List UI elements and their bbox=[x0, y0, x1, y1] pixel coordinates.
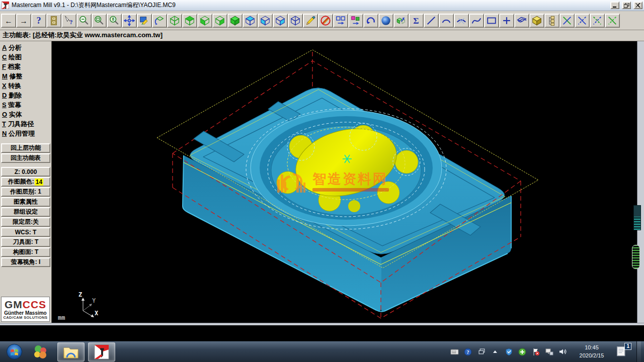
main-menu-button[interactable]: 回主功能表 bbox=[1, 153, 50, 163]
show-desktop-button[interactable] bbox=[636, 341, 641, 362]
sidebar-item-menu-xform[interactable]: X 转换 bbox=[0, 81, 51, 90]
paste-icon[interactable] bbox=[348, 14, 363, 28]
draw-color-button-label: 作图颜色: bbox=[8, 177, 34, 186]
level-limit-button[interactable]: 限定层:关 bbox=[1, 217, 50, 227]
sidebar-item-menu-delete[interactable]: D 删除 bbox=[0, 90, 51, 100]
graphics-canvas[interactable]: Z X Y bbox=[52, 41, 637, 323]
gview-front-icon[interactable] bbox=[197, 14, 212, 28]
draw-color-button-value: 14 bbox=[35, 178, 43, 186]
sidebar-item-menu-solids[interactable]: O 实体 bbox=[0, 110, 51, 119]
action-center-flag-icon[interactable] bbox=[531, 347, 540, 356]
svg-text:Σ: Σ bbox=[413, 15, 419, 25]
taskbar: ? 10:45 2020/2/15 1 bbox=[0, 341, 644, 362]
wcs-button[interactable]: WCS: T bbox=[1, 227, 50, 237]
sidebar-item-menu-analyze[interactable]: A 分析 bbox=[0, 43, 51, 52]
app-quad-colors[interactable] bbox=[27, 342, 54, 361]
window-glyph-icon[interactable] bbox=[477, 347, 486, 356]
sidebar-item-menu-modify[interactable]: M 修整 bbox=[0, 71, 51, 81]
back-icon[interactable]: ← bbox=[1, 14, 16, 28]
attributes-button[interactable]: 图素属性 bbox=[1, 197, 50, 207]
shade-icon[interactable] bbox=[378, 14, 393, 28]
trim-1-icon[interactable] bbox=[559, 14, 575, 28]
sigma-icon[interactable]: Σ bbox=[409, 14, 424, 28]
axis-triad: Z X Y bbox=[78, 291, 99, 317]
svg-text:?: ? bbox=[467, 349, 469, 355]
title-bar[interactable]: Mastercam Mill v9.1 - D:\资料网Mastercam编程\… bbox=[0, 0, 644, 11]
gview-button[interactable]: 萤幕视角: I bbox=[1, 257, 50, 267]
xform-copy-icon[interactable] bbox=[393, 14, 409, 28]
copy-icon[interactable] bbox=[333, 14, 348, 28]
cplane-button[interactable]: 构图面: T bbox=[1, 247, 50, 257]
rectangle-icon[interactable] bbox=[484, 14, 499, 28]
help-circle-icon[interactable]: ? bbox=[463, 347, 472, 356]
taskbar-clock[interactable]: 10:45 2020/2/15 bbox=[575, 344, 608, 359]
gview-side-icon[interactable] bbox=[212, 14, 227, 28]
cplane-side-icon[interactable] bbox=[273, 14, 288, 28]
sidebar-item-menu-screen[interactable]: S 萤幕 bbox=[0, 100, 51, 110]
trim-curve-icon[interactable] bbox=[454, 14, 469, 28]
rotate-icon[interactable] bbox=[152, 14, 167, 28]
volume-icon[interactable] bbox=[558, 347, 568, 356]
sidebar-item-menu-file[interactable]: F 档案 bbox=[0, 62, 51, 71]
point-icon[interactable] bbox=[499, 14, 514, 28]
sidebar-item-menu-nc-utils[interactable]: N 公用管理 bbox=[0, 129, 51, 138]
zoom-window-icon[interactable] bbox=[92, 14, 107, 28]
pencil-icon[interactable] bbox=[303, 14, 318, 28]
help-icon[interactable]: ? bbox=[31, 14, 46, 28]
group-set-button[interactable]: 群组设定 bbox=[1, 207, 50, 217]
units-label: mm bbox=[58, 314, 65, 321]
gview-wire-icon[interactable] bbox=[167, 14, 182, 28]
cplane-3d-icon[interactable] bbox=[288, 14, 303, 28]
trim-4-icon[interactable] bbox=[605, 14, 620, 28]
trim-2-icon[interactable] bbox=[575, 14, 590, 28]
shield-icon[interactable] bbox=[504, 347, 513, 356]
cursor-help-icon[interactable]: ? bbox=[61, 14, 76, 28]
model-viewport: Z X Y bbox=[52, 41, 637, 323]
network-icon[interactable] bbox=[545, 347, 554, 356]
surface-icon[interactable] bbox=[514, 14, 529, 28]
gmccs-logo: GMCCS Günther Massimo CAD/CAM SOLUTIONS bbox=[1, 297, 50, 322]
restore-button[interactable] bbox=[622, 2, 631, 9]
minimize-button[interactable] bbox=[610, 2, 619, 9]
gview-iso-icon[interactable] bbox=[227, 14, 243, 28]
z-depth-button[interactable]: Z: 0.000 bbox=[1, 167, 50, 176]
taskbar-apps bbox=[5, 342, 115, 361]
line-icon[interactable] bbox=[424, 14, 439, 28]
backup-button[interactable]: 回上层功能 bbox=[1, 143, 50, 153]
cplane-top-icon[interactable] bbox=[243, 14, 258, 28]
cplane-front-icon[interactable] bbox=[258, 14, 273, 28]
forward-icon[interactable]: → bbox=[16, 14, 31, 28]
unzoom-icon[interactable]: 8 bbox=[107, 14, 122, 28]
trim-3-icon[interactable] bbox=[590, 14, 605, 28]
tool-plane-button[interactable]: 刀具面: T bbox=[1, 237, 50, 247]
clock-date: 2020/2/15 bbox=[575, 352, 608, 359]
solid-box-icon[interactable] bbox=[529, 14, 544, 28]
app-mastercam[interactable] bbox=[88, 342, 115, 361]
repaint-icon[interactable] bbox=[137, 14, 152, 28]
notification-badge: 1 bbox=[624, 343, 631, 350]
draw-level-button[interactable]: 作图层别: 1 bbox=[1, 187, 50, 197]
app-icon bbox=[2, 2, 9, 9]
window-title: Mastercam Mill v9.1 - D:\资料网Mastercam编程\… bbox=[12, 1, 608, 10]
sidebar-item-menu-create[interactable]: C 绘图 bbox=[0, 52, 51, 62]
arc-icon[interactable] bbox=[439, 14, 454, 28]
fit-screen-icon[interactable] bbox=[122, 14, 137, 28]
undo-icon[interactable] bbox=[363, 14, 378, 28]
keyboard-icon[interactable] bbox=[450, 347, 459, 356]
sidebar-item-menu-toolpaths[interactable]: T 刀具路径 bbox=[0, 119, 51, 129]
spline-icon[interactable] bbox=[469, 14, 484, 28]
delete-icon[interactable] bbox=[318, 14, 333, 28]
menu-header-text: 主功能表: [总经销:欣昊实业 www.mastercam.com.tw] bbox=[3, 31, 163, 39]
app-explorer[interactable] bbox=[57, 342, 85, 361]
antivirus-plus-icon[interactable] bbox=[518, 347, 527, 356]
start-button[interactable] bbox=[5, 343, 23, 361]
zoom-icon[interactable] bbox=[76, 14, 92, 28]
ops-manager-icon[interactable] bbox=[544, 14, 559, 28]
gmccs-logo-left: GM bbox=[5, 299, 23, 310]
file-cabinet-icon[interactable] bbox=[46, 14, 61, 28]
draw-color-button[interactable]: 作图颜色:14 bbox=[1, 177, 50, 187]
notification-icon[interactable]: 1 bbox=[616, 344, 629, 359]
gview-top-icon[interactable] bbox=[182, 14, 197, 28]
close-button[interactable] bbox=[633, 2, 642, 9]
tray-expand-icon[interactable] bbox=[491, 347, 500, 356]
